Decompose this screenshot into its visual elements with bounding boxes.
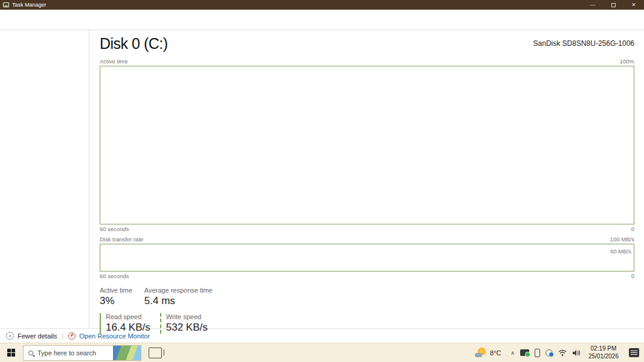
start-button[interactable] (4, 345, 19, 361)
disk-stats: Active time 3% Average response time 5.4… (100, 287, 634, 334)
fewer-details-label: Fewer details (18, 332, 57, 340)
wifi-icon[interactable] (558, 349, 567, 357)
close-button[interactable]: ✕ (623, 0, 644, 10)
avg-response-label: Average response time (144, 287, 213, 294)
task-view-icon[interactable] (149, 348, 162, 358)
search-placeholder: Type here to search (37, 349, 96, 357)
resource-monitor-icon (68, 332, 76, 340)
chart1-xright-label: 0 (631, 226, 634, 232)
avg-response-stat: Average response time 5.4 ms (144, 287, 213, 307)
chart1-title: Active time (100, 58, 127, 65)
refline-label: 60 MB/s (610, 248, 631, 255)
phone-link-icon[interactable] (535, 349, 540, 357)
search-input[interactable]: Type here to search (23, 345, 141, 361)
window-title: Task Manager (12, 2, 582, 8)
active-time-label: Active time (100, 287, 132, 294)
read-speed-label: Read speed (106, 313, 150, 320)
titlebar: Task Manager — ✕ (0, 0, 644, 10)
search-highlight-image (113, 346, 141, 360)
chart2-ymax-label: 100 MB/s (610, 236, 634, 243)
minimize-button[interactable]: — (582, 0, 603, 10)
network-status-icon[interactable] (546, 349, 553, 357)
footer-separator: | (62, 332, 63, 340)
chart2-title: Disk transfer rate (100, 236, 143, 243)
device-name: SanDisk SD8SN8U-256G-1006 (533, 39, 634, 48)
window-body: Disk 0 (C:) SanDisk SD8SN8U-256G-1006 Ac… (0, 30, 644, 328)
weather-icon (475, 348, 486, 358)
chart2-xright-label: 0 (631, 273, 634, 279)
chart1-ymax-label: 100% (620, 58, 634, 65)
chart1-xleft-label: 60 seconds (100, 226, 129, 232)
taskbar: Type here to search 8°C ∧ 02:19 PM 25/01… (0, 343, 644, 362)
resource-monitor-label: Open Resource Monitor (79, 332, 150, 340)
volume-icon[interactable] (572, 349, 581, 357)
active-time-chart (100, 66, 634, 224)
clock-date: 25/01/2026 (588, 353, 619, 361)
weather-widget[interactable]: 8°C (475, 348, 501, 358)
menubar (0, 10, 644, 19)
performance-sidebar (0, 30, 89, 328)
active-time-stat: Active time 3% (100, 287, 132, 307)
chart2-xleft-label: 60 seconds (100, 273, 129, 279)
clock-time: 02:19 PM (588, 345, 619, 353)
system-tray: ∧ 02:19 PM 25/01/2026 (510, 345, 642, 360)
maximize-button[interactable] (603, 0, 623, 10)
open-resource-monitor-link[interactable]: Open Resource Monitor (68, 332, 150, 340)
active-time-value: 3% (100, 295, 132, 307)
transfer-rate-chart: 60 MB/s (100, 244, 634, 272)
tabbar (0, 19, 644, 30)
read-speed-stat: Read speed 16.4 KB/s (100, 313, 150, 334)
avg-response-value: 5.4 ms (144, 295, 213, 307)
graphics-tray-icon[interactable] (520, 349, 529, 356)
taskbar-clock[interactable]: 02:19 PM 25/01/2026 (588, 345, 619, 360)
maximize-icon (611, 3, 616, 7)
main-panel: Disk 0 (C:) SanDisk SD8SN8U-256G-1006 Ac… (89, 30, 644, 328)
windows-logo-icon (7, 349, 16, 357)
search-icon (28, 351, 33, 355)
fewer-details-button[interactable]: ∧ Fewer details (6, 332, 57, 340)
page-title: Disk 0 (C:) (100, 35, 168, 52)
action-center-icon[interactable] (629, 348, 639, 357)
task-manager-window-icon (3, 2, 9, 7)
write-speed-label: Write speed (166, 313, 208, 320)
tray-chevron-up-icon[interactable]: ∧ (510, 350, 515, 356)
weather-temperature: 8°C (490, 349, 501, 357)
write-speed-stat: Write speed 532 KB/s (160, 313, 208, 334)
write-speed-value: 532 KB/s (166, 322, 208, 334)
screen: Task Manager — ✕ Disk 0 (C:) SanDisk SD8… (0, 0, 644, 362)
chevron-up-icon: ∧ (6, 332, 14, 340)
